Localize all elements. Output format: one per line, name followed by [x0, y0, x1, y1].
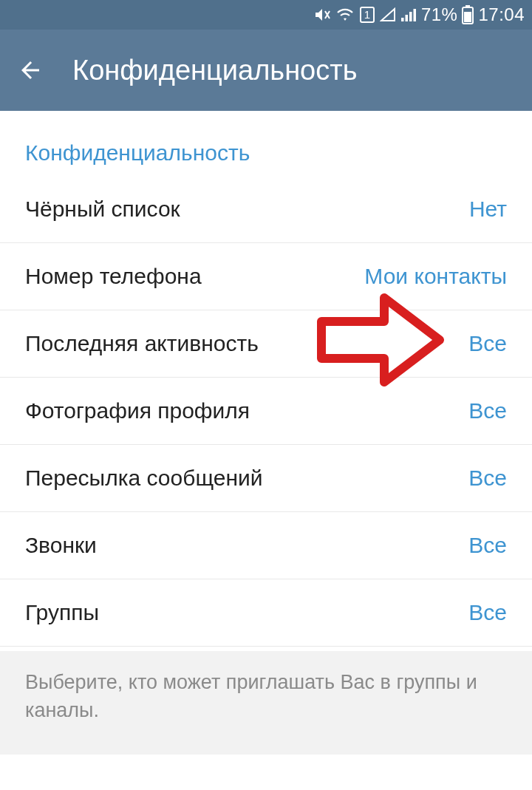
svg-rect-3	[401, 18, 404, 21]
arrow-left-icon	[17, 57, 44, 84]
sim-number: 1	[359, 6, 375, 24]
content: Конфиденциальность Чёрный список Нет Ном…	[0, 111, 532, 755]
item-value: Все	[468, 331, 507, 356]
item-value: Все	[468, 398, 507, 423]
privacy-item-groups[interactable]: Группы Все	[0, 579, 532, 647]
status-bar: 1 71% 17:04	[0, 0, 532, 30]
item-value: Нет	[469, 197, 507, 222]
mute-icon	[313, 6, 331, 24]
item-value: Мои контакты	[364, 264, 507, 289]
privacy-item-forwarding[interactable]: Пересылка сообщений Все	[0, 445, 532, 512]
clock: 17:04	[478, 4, 525, 25]
wifi-icon	[335, 7, 355, 22]
footer-note: Выберите, кто может приглашать Вас в гру…	[0, 651, 532, 755]
item-value: Все	[468, 600, 507, 625]
page-title: Конфиденциальность	[72, 55, 357, 86]
item-label: Номер телефона	[25, 264, 202, 289]
svg-rect-9	[464, 12, 471, 22]
privacy-item-last-seen[interactable]: Последняя активность Все	[0, 310, 532, 378]
back-button[interactable]	[15, 55, 46, 86]
item-label: Пересылка сообщений	[25, 466, 263, 491]
battery-percent: 71%	[421, 4, 458, 25]
item-label: Группы	[25, 600, 99, 625]
svg-rect-4	[405, 15, 408, 21]
privacy-item-phone[interactable]: Номер телефона Мои контакты	[0, 243, 532, 310]
status-icons: 1 71% 17:04	[313, 4, 525, 25]
app-bar: Конфиденциальность	[0, 30, 532, 111]
item-value: Все	[468, 466, 507, 491]
section-header: Конфиденциальность	[0, 126, 532, 176]
privacy-item-blacklist[interactable]: Чёрный список Нет	[0, 176, 532, 243]
privacy-item-calls[interactable]: Звонки Все	[0, 512, 532, 579]
signal-icon	[400, 7, 417, 22]
sim-icon: 1	[359, 6, 375, 24]
svg-rect-5	[409, 12, 412, 21]
item-label: Чёрный список	[25, 197, 180, 222]
svg-rect-6	[413, 9, 416, 21]
battery-icon	[462, 5, 474, 24]
item-label: Последняя активность	[25, 331, 259, 356]
item-value: Все	[468, 533, 507, 558]
privacy-item-profile-photo[interactable]: Фотография профиля Все	[0, 378, 532, 445]
item-label: Звонки	[25, 533, 97, 558]
signal-empty-icon	[380, 7, 396, 22]
item-label: Фотография профиля	[25, 398, 250, 423]
